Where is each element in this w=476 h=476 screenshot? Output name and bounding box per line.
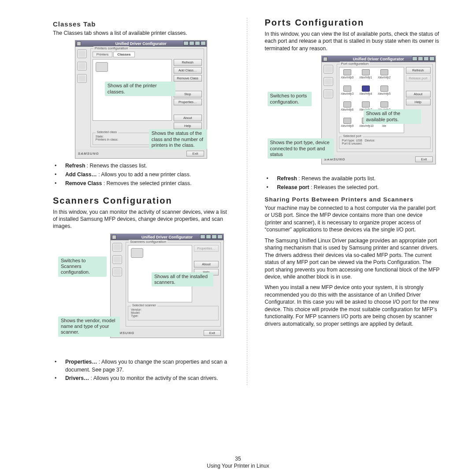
bullet-rest: : Removes the selected printer class. [102, 180, 191, 186]
scanners-config-icon[interactable] [324, 77, 333, 86]
bullet-term: Release port [277, 184, 309, 190]
port-label: /de [382, 124, 386, 127]
minimize-icon[interactable] [418, 56, 423, 61]
maximize-icon[interactable] [195, 41, 200, 45]
ports-main: /dev/mfp0 /dev/mfp1 /dev/mfp2 /dev/mfp3 … [335, 62, 435, 155]
port-icon [362, 69, 370, 75]
port-item[interactable]: /dev/mfp3 [341, 86, 353, 99]
exit-button[interactable]: Exit [204, 330, 221, 336]
close-icon[interactable] [201, 41, 206, 45]
bullet-remove-class: Remove Class : Removes the selected prin… [60, 180, 229, 188]
classes-heading: Classes Tab [53, 20, 229, 28]
app-icon [77, 41, 81, 46]
scanners-heading: Scanners Configuration [53, 196, 229, 206]
help-icon[interactable] [412, 56, 417, 61]
minimize-icon[interactable] [189, 41, 194, 45]
port-item[interactable]: /dev/mfp1 [360, 69, 372, 83]
bullet-term: Add Class… [65, 171, 97, 178]
port-item[interactable]: /dev/mfp5 [378, 86, 390, 99]
remove-class-button[interactable]: Remove Class [174, 75, 202, 82]
scanner-icon [131, 248, 143, 258]
port-item[interactable]: /dev/mfp2 [378, 69, 390, 83]
sharing-p3: When you install a new MFP device onto y… [265, 284, 441, 327]
ports-footer: SAMSUNG Exit [322, 155, 435, 164]
bullet-term: Refresh [65, 163, 85, 169]
callout-scanners-list: Shows all of the installed scanners. [152, 272, 213, 286]
classes-sidebar [75, 47, 89, 149]
scanners-bullets: Properties… : Allows you to change the s… [60, 358, 229, 383]
left-column: Classes Tab The Classes tab shows a list… [53, 18, 229, 385]
bullet-term: Refresh [277, 175, 297, 182]
port-icon [343, 86, 351, 92]
scanners-screenshot: Unified Driver Configurator [58, 234, 226, 338]
exit-button[interactable]: Exit [186, 151, 204, 156]
classes-screenshot: Unified Driver Configurator [75, 40, 207, 159]
selected-scanner-lines: Vendor: Model: Type: [131, 308, 141, 317]
port-label: /dev/mfp4 [360, 92, 372, 95]
help-button[interactable]: Help [406, 99, 431, 105]
scanners-config-icon[interactable] [112, 255, 122, 264]
refresh-button[interactable]: Refresh [174, 59, 202, 66]
port-icon [343, 118, 351, 124]
page-footer-label: Using Your Printer in Linux [0, 463, 476, 469]
callout-switch-scanners: Switches to Scanners configuration. [58, 257, 107, 277]
page-number: 35 [0, 456, 476, 462]
release-port-button[interactable]: Release port [406, 75, 431, 82]
callout-port-type: Shows the port type, device connected to… [268, 138, 334, 159]
port-item-selected[interactable]: /dev/mfp4 [360, 86, 372, 99]
printers-config-icon[interactable] [112, 243, 122, 252]
port-label: /dev/mfp2 [378, 76, 391, 79]
selected-scanner-box: Vendor: Model: Type: [128, 306, 219, 320]
port-item[interactable]: /dev/mfp9 [341, 118, 353, 131]
help-icon[interactable] [183, 41, 189, 45]
scanners-config-icon[interactable] [77, 62, 87, 71]
sharing-p2: The Samsung Unified Linux Driver package… [265, 237, 441, 281]
port-icon [343, 101, 351, 108]
bullet-add-class: Add Class… : Allows you to add a new pri… [60, 171, 229, 179]
help-button[interactable]: Help [174, 123, 202, 129]
port-item[interactable]: /dev/mfp6 [341, 101, 353, 115]
ports-config-icon[interactable] [324, 89, 333, 98]
stop-button[interactable]: Stop [174, 91, 202, 97]
bullet-properties: Properties… : Allows you to change the s… [60, 358, 229, 374]
exit-button[interactable]: Exit [415, 156, 432, 162]
maximize-icon[interactable] [212, 234, 217, 239]
minimize-icon[interactable] [206, 234, 211, 239]
add-class-button[interactable]: Add Class… [174, 67, 202, 74]
about-button[interactable]: About [194, 261, 219, 268]
about-button[interactable]: About [406, 91, 431, 97]
selected-class-lines: State: Printers in class: [96, 135, 118, 141]
refresh-button[interactable]: Refresh [406, 67, 431, 74]
ports-config-icon[interactable] [77, 74, 87, 83]
port-label: /dev/mfp6 [341, 108, 354, 111]
page: Classes Tab The Classes tab shows a list… [0, 0, 476, 476]
about-button[interactable]: About [174, 115, 202, 121]
ports-config-icon[interactable] [112, 268, 122, 276]
maximize-icon[interactable] [424, 56, 429, 61]
help-icon[interactable] [200, 234, 205, 239]
close-icon[interactable] [217, 234, 223, 239]
properties-button[interactable]: Properties… [174, 99, 202, 105]
close-icon[interactable] [429, 56, 435, 61]
port-icon [380, 86, 388, 92]
app-icon [112, 235, 116, 239]
port-item[interactable]: /dev/mfp0 [341, 69, 353, 83]
bullet-rest: : Allows you to monitor the activity of … [89, 375, 218, 381]
classes-intro: The Classes tab shows a list of availabl… [53, 30, 229, 37]
classes-window-title: Unified Driver Configurator [115, 41, 167, 46]
tab-classes[interactable]: Classes [113, 52, 134, 57]
scanners-window-title: Unified Driver Configurator [141, 235, 193, 239]
printers-config-icon[interactable] [77, 49, 87, 58]
sharing-heading: Sharing Ports Between Printers and Scann… [265, 196, 441, 203]
columns: Classes Tab The Classes tab shows a list… [53, 18, 441, 385]
printers-config-icon[interactable] [324, 65, 333, 74]
callout-classes-list: Shows all of the printer classes. [105, 82, 175, 96]
scanners-titlebar: Unified Driver Configurator [111, 234, 223, 240]
tab-printers[interactable]: Printers [93, 52, 113, 57]
scanners-sidebar [111, 240, 124, 328]
port-config-group: /dev/mfp0 /dev/mfp1 /dev/mfp2 /dev/mfp3 … [337, 64, 433, 152]
page-footer: 35 Using Your Printer in Linux [0, 456, 476, 469]
printer-class-icon [96, 62, 108, 72]
properties-button[interactable]: Properties… [194, 245, 219, 252]
port-label: /dev/mfp3 [341, 92, 354, 95]
